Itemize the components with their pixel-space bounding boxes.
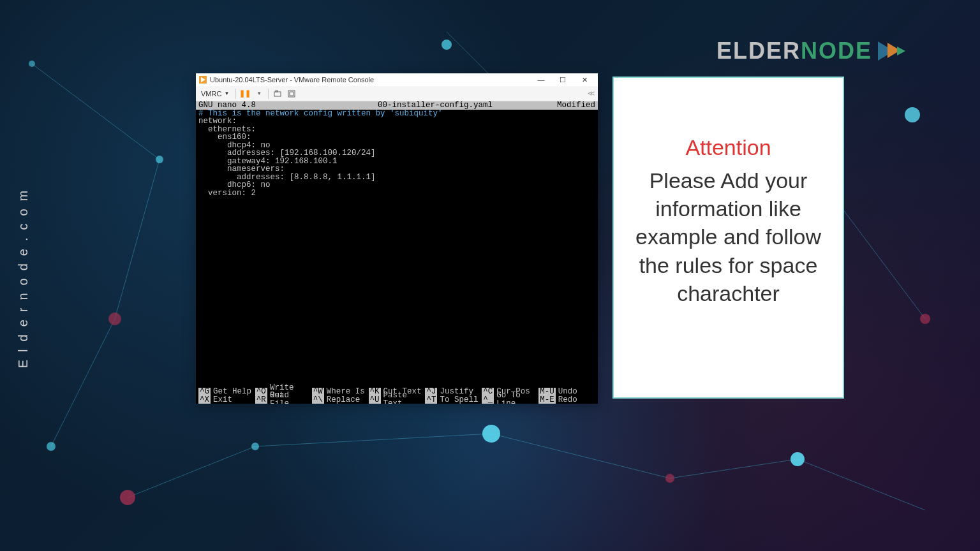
- nano-shortcut: M-UUndo: [538, 388, 595, 396]
- svg-point-15: [251, 443, 259, 450]
- nano-shortcut: ^XExit: [198, 396, 255, 404]
- logo-play-icon: [875, 35, 907, 67]
- fullscreen-button[interactable]: [286, 89, 297, 99]
- attention-callout: Attention Please Add your information li…: [612, 77, 844, 399]
- logo-text-elder: ELDER: [716, 38, 801, 64]
- nano-editor-content[interactable]: # This is the network config written by …: [196, 110, 598, 198]
- nano-shortcut: ^\Replace: [312, 396, 369, 404]
- nano-shortcut: ^GGet Help: [198, 388, 255, 396]
- vmware-console-window: Ubuntu-20.04LTS-Server - VMware Remote C…: [196, 73, 598, 404]
- svg-line-1: [115, 159, 160, 319]
- nano-shortcut: M-ERedo: [538, 396, 595, 404]
- svg-line-7: [491, 434, 670, 478]
- window-titlebar[interactable]: Ubuntu-20.04LTS-Server - VMware Remote C…: [196, 73, 598, 86]
- svg-marker-26: [897, 47, 905, 55]
- nano-footer: ^GGet Help^OWrite Out^WWhere Is^KCut Tex…: [196, 388, 598, 404]
- toolbar-collapse-icon[interactable]: ≪: [588, 89, 595, 98]
- svg-point-19: [920, 314, 930, 324]
- nano-shortcut: ^JJustify: [425, 388, 482, 396]
- svg-point-12: [156, 156, 163, 163]
- vmware-toolbar: VMRC▼ ❚❚ ▼ ≪: [196, 86, 598, 101]
- attention-title: Attention: [629, 135, 828, 160]
- svg-point-23: [29, 61, 35, 67]
- svg-rect-32: [290, 92, 293, 96]
- svg-line-10: [128, 446, 255, 497]
- maximize-button[interactable]: ☐: [552, 73, 574, 86]
- nano-shortcut: ^WWhere Is: [312, 388, 369, 396]
- brand-logo: ELDERNODE: [716, 35, 907, 67]
- nano-shortcut: ^UPaste Text: [369, 396, 426, 404]
- window-title: Ubuntu-20.04LTS-Server - VMware Remote C…: [210, 76, 530, 84]
- close-button[interactable]: ✕: [574, 73, 595, 86]
- nano-status: Modified: [544, 101, 595, 110]
- svg-point-11: [442, 40, 452, 50]
- logo-text-node: NODE: [801, 38, 872, 64]
- svg-line-6: [255, 434, 491, 446]
- svg-point-16: [482, 425, 500, 443]
- svg-point-22: [905, 107, 920, 122]
- nano-shortcut: ^TTo Spell: [425, 396, 482, 404]
- svg-rect-30: [276, 91, 278, 92]
- svg-line-2: [51, 319, 115, 446]
- svg-point-14: [47, 442, 56, 451]
- terminal-area[interactable]: GNU nano 4.8 00-installer-config.yaml Mo…: [196, 101, 598, 404]
- svg-point-21: [120, 490, 135, 505]
- vmware-icon: [198, 75, 207, 84]
- svg-rect-29: [274, 92, 281, 96]
- vmrc-menu[interactable]: VMRC▼: [198, 90, 232, 98]
- send-keys-button[interactable]: [272, 89, 283, 99]
- power-dropdown[interactable]: ▼: [254, 89, 264, 99]
- svg-line-0: [32, 64, 160, 159]
- attention-body: Please Add your information like example…: [629, 166, 828, 307]
- nano-shortcut: ^RRead File: [255, 396, 312, 404]
- pause-button[interactable]: ❚❚: [240, 89, 250, 99]
- svg-point-13: [108, 312, 121, 325]
- svg-line-9: [798, 459, 925, 510]
- nano-shortcut: ^_Go To Line: [482, 396, 538, 404]
- vertical-brand-text: Eldernode.com: [16, 183, 31, 369]
- svg-point-18: [791, 452, 805, 466]
- svg-line-8: [670, 459, 798, 478]
- minimize-button[interactable]: —: [530, 73, 552, 86]
- svg-point-17: [665, 474, 674, 483]
